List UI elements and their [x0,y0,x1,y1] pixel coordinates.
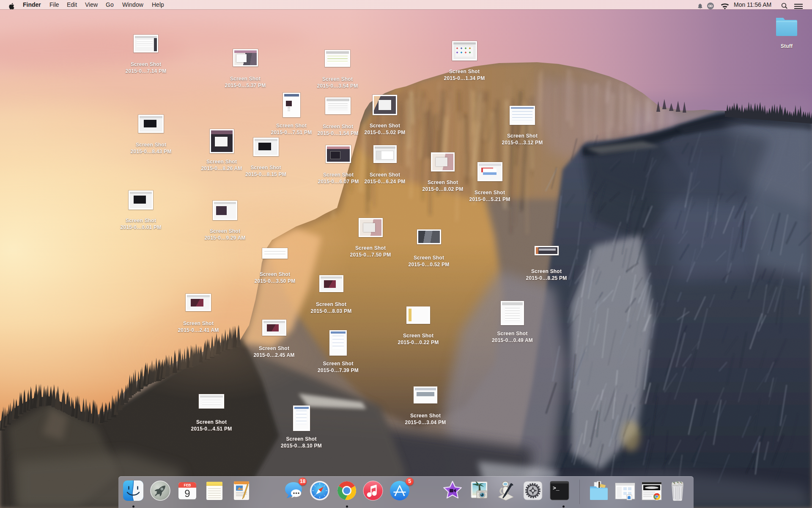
svg-text:9: 9 [184,488,190,499]
svg-text:FEB: FEB [184,483,191,487]
svg-text:>_: >_ [553,485,560,491]
